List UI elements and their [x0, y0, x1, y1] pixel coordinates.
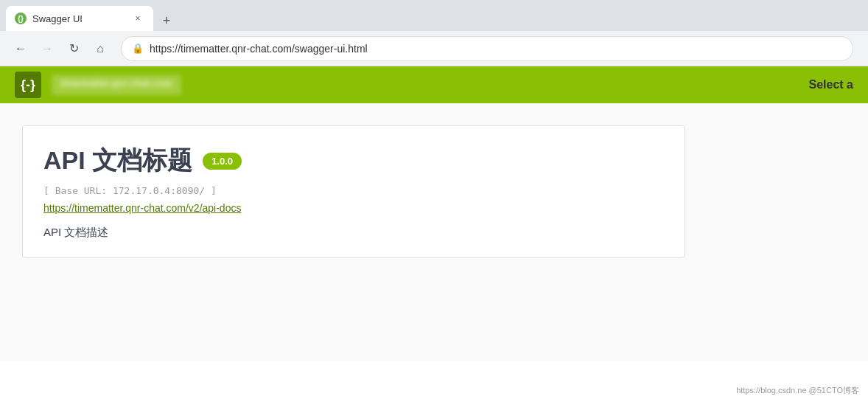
tab-title: Swagger UI [32, 13, 125, 24]
tab-favicon: {} [15, 13, 27, 24]
api-title-row: API 文档标题 1.0.0 [43, 144, 664, 178]
back-icon: ← [15, 42, 27, 55]
swagger-logo: {-} [15, 72, 41, 98]
version-badge: 1.0.0 [203, 153, 242, 170]
api-title: API 文档标题 [43, 144, 192, 178]
favicon-icon: {} [18, 15, 24, 23]
swagger-select-button[interactable]: Select a [794, 66, 868, 103]
forward-icon: → [41, 42, 53, 55]
base-url: [ Base URL: 172.17.0.4:8090/ ] [43, 185, 664, 196]
forward-button[interactable]: → [35, 37, 59, 60]
url-text: https://timematter.qnr-chat.com/swagger-… [150, 43, 842, 55]
browser-chrome: {} Swagger UI × + ← → ↻ ⌂ 🔒 https://time… [0, 0, 868, 66]
reload-icon: ↻ [69, 41, 79, 55]
api-info-block: API 文档标题 1.0.0 [ Base URL: 172.17.0.4:80… [22, 125, 685, 258]
api-docs-link[interactable]: https://timematter.qnr-chat.com/v2/api-d… [43, 202, 664, 214]
tab-bar: {} Swagger UI × + [0, 0, 868, 31]
back-button[interactable]: ← [9, 37, 32, 60]
home-icon: ⌂ [97, 42, 104, 55]
tab-close-button[interactable]: × [131, 12, 144, 25]
address-bar[interactable]: 🔒 https://timematter.qnr-chat.com/swagge… [121, 36, 853, 61]
home-button[interactable]: ⌂ [88, 37, 112, 60]
lock-icon: 🔒 [132, 43, 144, 54]
new-tab-button[interactable]: + [156, 10, 177, 31]
reload-button[interactable]: ↻ [62, 37, 85, 60]
swagger-app-name: timematter.qnr-chat.com [52, 74, 181, 95]
swagger-header: {-} timematter.qnr-chat.com Select a [0, 66, 868, 103]
active-tab[interactable]: {} Swagger UI × [6, 6, 153, 31]
swagger-logo-icon: {-} [21, 77, 35, 93]
api-description: API 文档描述 [43, 226, 664, 240]
swagger-content: API 文档标题 1.0.0 [ Base URL: 172.17.0.4:80… [0, 103, 868, 361]
nav-bar: ← → ↻ ⌂ 🔒 https://timematter.qnr-chat.co… [0, 31, 868, 66]
